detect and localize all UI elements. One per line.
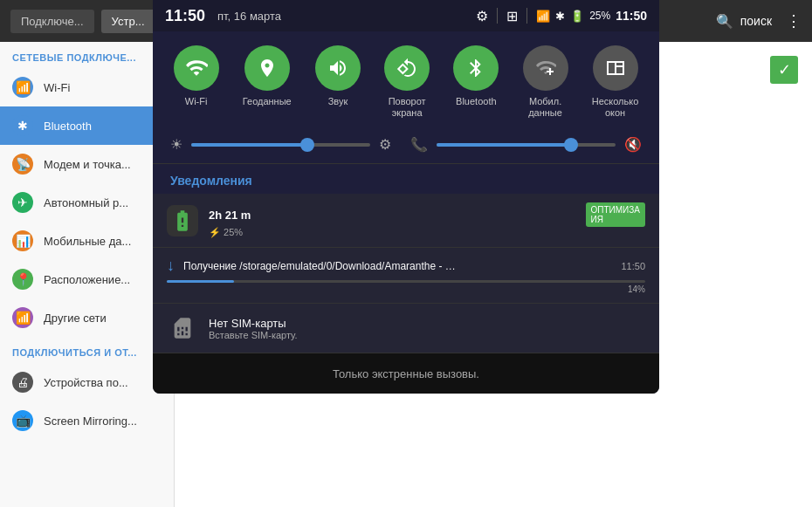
brightness-fill bbox=[191, 143, 307, 147]
sim-content: Нет SIM-карты Вставьте SIM-карту. bbox=[209, 317, 298, 340]
download-progress-fill bbox=[167, 280, 234, 283]
settings-sidebar: СЕТЕВЫЕ ПОДКЛЮЧЕ... 📶 Wi-Fi ✱ Bluetooth … bbox=[0, 42, 175, 507]
section-header-connect: ПОДКЛЮЧИТЬСЯ И ОТ... bbox=[0, 337, 174, 363]
volume-slider[interactable] bbox=[437, 143, 616, 147]
download-time: 11:50 bbox=[621, 261, 645, 271]
sim-subtitle: Вставьте SIM-карту. bbox=[209, 330, 298, 340]
battery-notification[interactable]: 2h 21 m ОПТИМИЗАИЯ ⚡ 25% bbox=[153, 194, 659, 248]
rotate-quick-icon bbox=[384, 45, 430, 91]
volume-fill bbox=[437, 143, 571, 147]
status-time: 11:50 bbox=[165, 7, 205, 25]
download-percent: 14% bbox=[167, 284, 645, 294]
sidebar-item-other-networks-label: Другие сети bbox=[44, 312, 107, 325]
quick-btn-rotate[interactable]: Поворотэкрана bbox=[384, 45, 430, 119]
sim-title: Нет SIM-карты bbox=[209, 317, 298, 330]
mobile-data-icon: 📊 bbox=[12, 230, 33, 251]
battery-notif-icon bbox=[167, 205, 198, 236]
download-notification[interactable]: ↓ Получение /storage/emulated/0/Download… bbox=[153, 248, 659, 304]
sidebar-item-airplane-label: Автономный р... bbox=[44, 196, 128, 209]
battery-notif-badge: ОПТИМИЗАИЯ bbox=[586, 202, 646, 227]
tethering-icon: 📡 bbox=[12, 154, 33, 175]
download-progress-bar bbox=[167, 280, 645, 283]
rotate-quick-label: Поворотэкрана bbox=[389, 96, 426, 119]
sidebar-item-bluetooth[interactable]: ✱ Bluetooth bbox=[0, 106, 174, 145]
sidebar-item-location[interactable]: 📍 Расположение... bbox=[0, 260, 174, 298]
battery-notif-title: 2h 21 m bbox=[209, 209, 251, 222]
quick-btn-mobile-data[interactable]: Мобил.данные bbox=[523, 45, 568, 119]
search-label: поиск bbox=[740, 14, 772, 28]
battery-notif-subtitle: ⚡ 25% bbox=[209, 227, 645, 238]
sidebar-item-bluetooth-label: Bluetooth bbox=[44, 120, 92, 133]
download-filename: Получение /storage/emulated/0/Download/A… bbox=[183, 260, 463, 272]
airplane-icon: ✈ bbox=[12, 192, 33, 213]
geodata-quick-label: Геоданные bbox=[243, 96, 292, 107]
wifi-quick-label: Wi-Fi bbox=[185, 96, 208, 107]
mobile-data-quick-icon bbox=[523, 45, 568, 91]
bluetooth-icon: ✱ bbox=[12, 115, 33, 136]
status-icons: ⚙ ⊞ 📶 ✱ 🔋 25% 11:50 bbox=[476, 8, 647, 24]
sidebar-item-wifi[interactable]: 📶 Wi-Fi bbox=[0, 68, 174, 106]
brightness-low-icon: ☀ bbox=[170, 136, 182, 153]
quick-btn-wifi[interactable]: Wi-Fi bbox=[174, 45, 219, 119]
notifications-title: Уведомления bbox=[170, 174, 252, 188]
devices-icon: 🖨 bbox=[12, 372, 33, 393]
quick-settings-panel: Wi-Fi Геоданные Звук bbox=[153, 31, 659, 129]
quick-btn-bluetooth[interactable]: Bluetooth bbox=[453, 45, 499, 119]
status-date: пт, 16 марта bbox=[217, 10, 281, 23]
section-header-network: СЕТЕВЫЕ ПОДКЛЮЧЕ... bbox=[0, 42, 174, 68]
emergency-bar: Только экстренные вызовы. bbox=[153, 353, 659, 394]
emergency-text: Только экстренные вызовы. bbox=[333, 367, 479, 380]
sidebar-item-other-networks[interactable]: 📶 Другие сети bbox=[0, 298, 174, 337]
sidebar-item-devices[interactable]: 🖨 Устройства по... bbox=[0, 363, 174, 401]
download-row: ↓ Получение /storage/emulated/0/Download… bbox=[167, 257, 645, 275]
quick-btn-sound[interactable]: Звук bbox=[315, 45, 361, 119]
download-arrow-icon: ↓ bbox=[167, 257, 175, 275]
checkmark-icon: ✓ bbox=[770, 56, 798, 84]
sliders-row: ☀ ⚙ 📞 🔇 bbox=[153, 129, 659, 163]
sim-notification[interactable]: Нет SIM-карты Вставьте SIM-карту. bbox=[153, 304, 659, 353]
wifi-quick-icon bbox=[174, 45, 219, 91]
battery-percent: 25% bbox=[589, 10, 610, 22]
mobile-data-quick-label: Мобил.данные bbox=[528, 96, 562, 119]
more-icon[interactable]: ⋮ bbox=[786, 11, 802, 31]
sidebar-item-wifi-label: Wi-Fi bbox=[44, 81, 70, 94]
quick-btn-multiwindow[interactable]: Несколькоокон bbox=[592, 45, 639, 119]
sidebar-item-devices-label: Устройства по... bbox=[44, 376, 128, 389]
location-icon: 📍 bbox=[12, 269, 33, 290]
tab-connections[interactable]: Подключе... bbox=[10, 10, 94, 33]
wifi-icon: 📶 bbox=[12, 77, 33, 98]
bluetooth-quick-label: Bluetooth bbox=[456, 96, 496, 107]
sidebar-item-mobile-data[interactable]: 📊 Мобильные да... bbox=[0, 222, 174, 260]
sidebar-item-tethering-label: Модем и точка... bbox=[44, 158, 131, 171]
battery-notif-title-row: 2h 21 m ОПТИМИЗАИЯ bbox=[209, 202, 645, 227]
battery-notif-content: 2h 21 m ОПТИМИЗАИЯ ⚡ 25% bbox=[209, 202, 645, 238]
settings-gear-icon[interactable]: ⚙ bbox=[476, 8, 488, 24]
status-bar: 11:50 пт, 16 марта ⚙ ⊞ 📶 ✱ 🔋 25% 11:50 bbox=[153, 0, 659, 31]
status-time-right: 11:50 bbox=[616, 9, 647, 23]
battery-icon: 🔋 bbox=[570, 10, 584, 23]
volume-mute-icon[interactable]: 🔇 bbox=[624, 136, 642, 153]
sidebar-item-tethering[interactable]: 📡 Модем и точка... bbox=[0, 145, 174, 183]
grid-icon[interactable]: ⊞ bbox=[506, 8, 518, 24]
sidebar-item-screen-mirroring[interactable]: 📺 Screen Mirroring... bbox=[0, 401, 174, 440]
sound-quick-icon bbox=[315, 45, 361, 91]
notifications-header: Уведомления bbox=[153, 163, 659, 194]
search-icon[interactable]: 🔍 bbox=[716, 13, 733, 30]
sidebar-item-airplane[interactable]: ✈ Автономный р... bbox=[0, 183, 174, 222]
notification-panel[interactable]: 11:50 пт, 16 марта ⚙ ⊞ 📶 ✱ 🔋 25% 11:50 W… bbox=[153, 0, 659, 394]
bluetooth-quick-icon bbox=[453, 45, 499, 91]
volume-thumb[interactable] bbox=[564, 138, 578, 152]
signal-icon: 📶 bbox=[536, 10, 550, 23]
brightness-settings-icon[interactable]: ⚙ bbox=[379, 136, 391, 153]
sidebar-item-screen-mirroring-label: Screen Mirroring... bbox=[44, 415, 137, 428]
quick-btn-geodata[interactable]: Геоданные bbox=[243, 45, 292, 119]
phone-icon: 📞 bbox=[410, 136, 428, 153]
tab-devices[interactable]: Устр... bbox=[101, 10, 155, 33]
other-networks-icon: 📶 bbox=[12, 307, 33, 328]
geodata-quick-icon bbox=[244, 45, 290, 91]
brightness-slider[interactable] bbox=[191, 143, 370, 147]
brightness-thumb[interactable] bbox=[300, 138, 314, 152]
bluetooth-status-icon: ✱ bbox=[555, 10, 565, 23]
sidebar-item-location-label: Расположение... bbox=[44, 273, 130, 286]
sim-card-icon bbox=[167, 312, 198, 344]
